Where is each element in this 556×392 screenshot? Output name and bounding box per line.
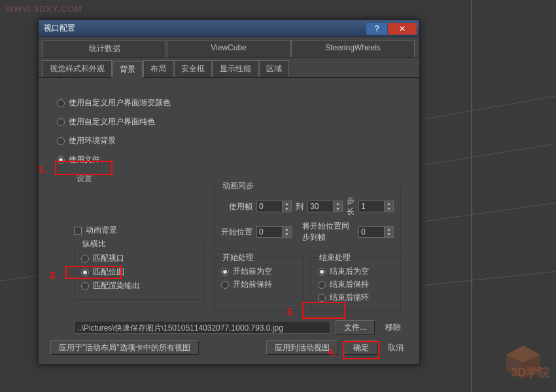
radio-gradient[interactable] xyxy=(57,99,65,107)
radio-env-label: 使用环境背景 xyxy=(69,135,116,146)
tab-steeringwheels[interactable]: SteeringWheels xyxy=(291,40,415,57)
apply-all-button[interactable]: 应用于"活动布局"选项卡中的所有视图 xyxy=(50,340,199,355)
radio-end-loop[interactable] xyxy=(318,294,326,302)
spin-start[interactable]: ▲▼ xyxy=(256,226,292,238)
radio-gradient-label: 使用自定义用户界面渐变颜色 xyxy=(69,97,171,108)
radio-end-blank[interactable] xyxy=(318,268,326,276)
aspect-legend: 纵横比 xyxy=(80,238,109,250)
watermark-text: WWW.3DXY.COM xyxy=(5,4,82,14)
radio-start-hold[interactable] xyxy=(221,281,229,289)
file-path-input[interactable]: ..\Pictures\快速保存图片\1501051140320​77.1000… xyxy=(74,321,330,334)
spin-use-frame[interactable]: ▲▼ xyxy=(256,201,292,212)
tab-safeframe[interactable]: 安全框 xyxy=(174,60,212,77)
tab-visual[interactable]: 视觉样式和外观 xyxy=(43,60,112,77)
watermark-brand: 3D学院 xyxy=(511,365,549,380)
radio-match-viewport[interactable] xyxy=(81,255,89,263)
annotation-2-box xyxy=(65,266,122,279)
radio-solid[interactable] xyxy=(57,118,65,126)
spin-step[interactable]: ▲▼ xyxy=(358,201,394,212)
check-anim-bg[interactable] xyxy=(74,227,82,235)
help-button[interactable]: ? xyxy=(366,23,387,35)
radio-solid-label: 使用自定义用户界面纯色 xyxy=(69,116,155,127)
radio-env[interactable] xyxy=(57,137,65,145)
dialog-title: 视口配置 xyxy=(44,23,366,34)
titlebar[interactable]: 视口配置 ? ✕ xyxy=(39,20,419,37)
annotation-1-box xyxy=(55,161,113,175)
annotation-2: 2. xyxy=(50,269,58,280)
check-anim-bg-label: 动画背景 xyxy=(86,225,117,236)
cancel-link[interactable]: 取消 xyxy=(388,342,404,353)
radio-match-render[interactable] xyxy=(81,282,89,290)
spin-to[interactable]: ▲▼ xyxy=(307,201,343,212)
tab-viewcube[interactable]: ViewCube xyxy=(167,40,290,57)
tab-region[interactable]: 区域 xyxy=(259,60,289,77)
radio-end-hold[interactable] xyxy=(318,281,326,289)
annotation-3-box xyxy=(302,302,345,319)
tab-background[interactable]: 背景 xyxy=(113,61,143,78)
anim-sync-legend: 动画同步 xyxy=(220,180,256,191)
annotation-4: 4. xyxy=(328,346,336,357)
spin-sync[interactable]: ▲▼ xyxy=(358,226,394,238)
remove-link[interactable]: 移除 xyxy=(385,322,401,333)
close-button[interactable]: ✕ xyxy=(388,23,417,35)
tab-row-2: 视觉样式和外观 背景 布局 安全框 显示性能 区域 xyxy=(39,57,419,78)
tab-row-1: 统计数据 ViewCube SteeringWheels xyxy=(39,37,419,57)
viewport-config-dialog: 视口配置 ? ✕ 统计数据 ViewCube SteeringWheels 视觉… xyxy=(38,20,420,365)
radio-start-blank[interactable] xyxy=(221,268,229,276)
startproc-fieldset: 开始处理 开始前为空 开始前保持 xyxy=(214,257,304,311)
tab-stats[interactable]: 统计数据 xyxy=(43,40,166,57)
tab-layout[interactable]: 布局 xyxy=(143,60,173,77)
tab-perf[interactable]: 显示性能 xyxy=(213,60,258,77)
annotation-1: 1. xyxy=(38,163,46,174)
annotation-4-box xyxy=(343,341,379,359)
file-button[interactable]: 文件... xyxy=(336,320,375,335)
annotation-3: 3. xyxy=(287,306,295,317)
anim-sync-fieldset: 动画同步 使用帧 ▲▼ 到 ▲▼ 步长 ▲▼ 开始位置 ▲▼ 将开始位 xyxy=(214,186,401,252)
